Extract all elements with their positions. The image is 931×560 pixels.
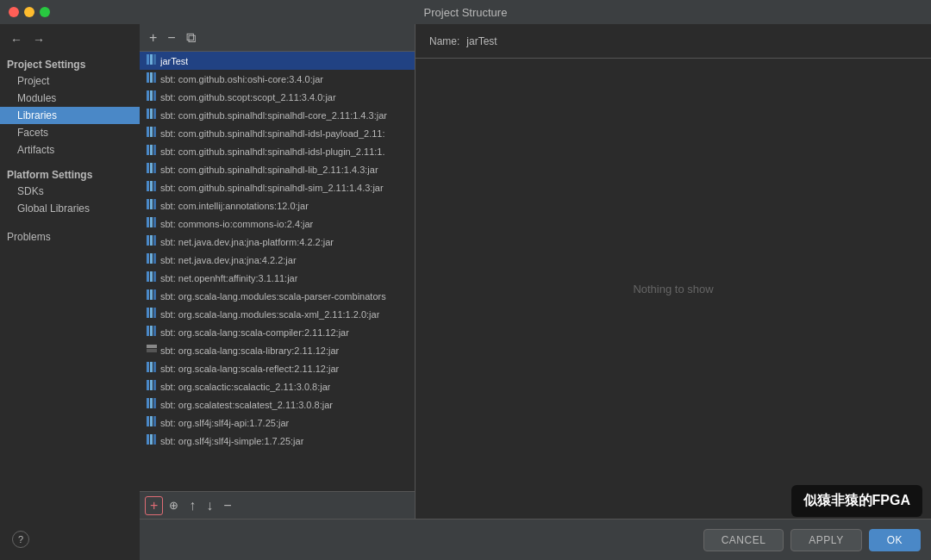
cancel-button[interactable]: CANCEL (703, 529, 784, 551)
list-item-label: sbt: org.scala-lang:scala-library:2.11.1… (160, 345, 339, 356)
list-item-label: sbt: org.slf4j:slf4j-api:1.7.25:jar (160, 418, 289, 428)
svg-rect-8 (153, 90, 156, 101)
from-maven-button[interactable]: ⊕ (165, 498, 183, 513)
library-icon (147, 344, 157, 357)
help-button[interactable]: ? (12, 531, 29, 548)
close-button[interactable] (9, 7, 19, 17)
svg-rect-18 (147, 163, 149, 173)
list-toolbar: + − ⧉ (140, 24, 415, 52)
svg-rect-28 (150, 217, 153, 227)
remove-library-button[interactable]: − (163, 29, 179, 47)
sidebar-item-project[interactable]: Project (0, 72, 140, 90)
svg-rect-53 (147, 380, 149, 390)
list-item[interactable]: sbt: org.scala-lang:scala-compiler:2.11.… (140, 323, 415, 341)
library-icon (147, 54, 157, 67)
list-item[interactable]: sbt: com.github.spinalhdl:spinalhdl-sim_… (140, 178, 415, 196)
svg-rect-61 (153, 416, 156, 426)
list-item[interactable]: sbt: com.intellij:annotations:12.0:jar (140, 196, 415, 215)
svg-rect-49 (147, 349, 157, 352)
list-item-label: sbt: com.github.spinalhdl:spinalhdl-idsl… (160, 128, 385, 139)
copy-library-button[interactable]: ⧉ (182, 29, 200, 47)
svg-rect-15 (147, 145, 149, 155)
list-item-label: sbt: com.github.spinalhdl:spinalhdl-sim_… (160, 183, 384, 193)
svg-rect-2 (153, 54, 156, 65)
list-item[interactable]: sbt: net.java.dev.jna:jna-platform:4.2.2… (140, 233, 415, 251)
list-item-label: sbt: org.scala-lang.modules:scala-parser… (160, 291, 386, 302)
sidebar-item-sdks[interactable]: SDKs (0, 183, 140, 200)
sidebar-item-facets[interactable]: Facets (0, 124, 140, 141)
list-item[interactable]: sbt: org.scala-lang:scala-reflect:2.11.1… (140, 359, 415, 377)
library-icon (147, 308, 157, 320)
nav-back-button[interactable]: ← (7, 31, 26, 48)
list-item[interactable]: sbt: com.github.oshi:oshi-core:3.4.0:jar (140, 70, 415, 88)
list-item[interactable]: sbt: com.github.spinalhdl:spinalhdl-core… (140, 106, 415, 124)
detail-header: Name: jarTest (416, 24, 931, 59)
list-item[interactable]: jarTest (140, 52, 415, 70)
list-item[interactable]: sbt: com.github.spinalhdl:spinalhdl-idsl… (140, 124, 415, 142)
apply-button[interactable]: APPLY (790, 529, 861, 551)
library-icon (147, 398, 157, 411)
add-bottom-button[interactable]: + (145, 496, 163, 515)
list-item[interactable]: sbt: commons-io:commons-io:2.4:jar (140, 215, 415, 233)
svg-rect-55 (153, 380, 156, 390)
list-item[interactable]: sbt: net.java.dev.jna:jna:4.2.2:jar (140, 251, 415, 269)
svg-rect-22 (150, 181, 153, 191)
svg-rect-42 (147, 308, 149, 318)
library-icon (147, 217, 157, 230)
maximize-button[interactable] (40, 7, 50, 17)
svg-rect-63 (150, 434, 153, 445)
name-label: Name: (429, 35, 459, 47)
library-icon (147, 72, 157, 85)
library-icon (147, 235, 157, 248)
svg-rect-0 (147, 54, 149, 65)
list-item[interactable]: sbt: org.scala-lang.modules:scala-parser… (140, 287, 415, 305)
list-item[interactable]: sbt: org.scalatest:scalatest_2.11:3.0.8:… (140, 395, 415, 414)
list-item[interactable]: sbt: org.scala-lang:scala-library:2.11.1… (140, 341, 415, 359)
move-down-button[interactable]: ↓ (202, 497, 217, 514)
svg-rect-9 (147, 109, 149, 119)
sidebar-item-artifacts[interactable]: Artifacts (0, 141, 140, 159)
list-item-label: sbt: org.scalatest:scalatest_2.11:3.0.8:… (160, 400, 333, 410)
svg-rect-32 (153, 235, 156, 246)
svg-rect-58 (153, 398, 156, 408)
remove-bottom-button[interactable]: − (219, 497, 235, 514)
library-icon (147, 253, 157, 266)
content-area: + − ⧉ jarTestsbt: com.github.oshi:oshi-c… (140, 24, 931, 560)
svg-rect-59 (147, 416, 149, 426)
nav-forward-button[interactable]: → (29, 31, 48, 48)
list-item[interactable]: sbt: org.scala-lang.modules:scala-xml_2.… (140, 305, 415, 323)
list-item[interactable]: sbt: net.openhft:affinity:3.1.11:jar (140, 269, 415, 287)
sidebar-item-global-libraries[interactable]: Global Libraries (0, 200, 140, 217)
sidebar: ← → Project Settings Project Modules Lib… (0, 24, 140, 560)
library-list: jarTestsbt: com.github.oshi:oshi-core:3.… (140, 52, 415, 491)
svg-rect-27 (147, 217, 149, 227)
minimize-button[interactable] (24, 7, 34, 17)
list-item[interactable]: sbt: org.slf4j:slf4j-api:1.7.25:jar (140, 414, 415, 432)
svg-rect-21 (147, 181, 149, 191)
problems-heading: Problems (0, 227, 140, 245)
list-item[interactable]: sbt: com.github.spinalhdl:spinalhdl-idsl… (140, 142, 415, 160)
svg-rect-64 (153, 434, 156, 445)
sidebar-item-libraries[interactable]: Libraries (0, 107, 140, 124)
library-icon (147, 199, 157, 212)
add-library-button[interactable]: + (145, 29, 161, 47)
svg-rect-43 (150, 308, 153, 318)
name-value: jarTest (466, 35, 497, 47)
sidebar-item-modules[interactable]: Modules (0, 90, 140, 107)
list-item-label: sbt: net.java.dev.jna:jna:4.2.2:jar (160, 255, 297, 265)
ok-button[interactable]: OK (869, 529, 921, 551)
move-up-button[interactable]: ↑ (184, 497, 200, 514)
titlebar: Project Structure (0, 0, 931, 24)
svg-rect-19 (150, 163, 153, 173)
list-item-label: sbt: org.scala-lang.modules:scala-xml_2.… (160, 309, 379, 320)
window-title: Project Structure (424, 6, 508, 19)
list-item[interactable]: sbt: com.github.scopt:scopt_2.11:3.4.0:j… (140, 88, 415, 106)
list-item[interactable]: sbt: org.slf4j:slf4j-simple:1.7.25:jar (140, 432, 415, 450)
svg-rect-39 (147, 289, 149, 300)
list-item[interactable]: sbt: com.github.spinalhdl:spinalhdl-lib_… (140, 160, 415, 178)
svg-rect-50 (147, 362, 149, 372)
svg-rect-34 (150, 253, 153, 264)
svg-rect-52 (153, 362, 156, 372)
svg-rect-57 (150, 398, 153, 408)
list-item[interactable]: sbt: org.scalactic:scalactic_2.11:3.0.8:… (140, 377, 415, 395)
